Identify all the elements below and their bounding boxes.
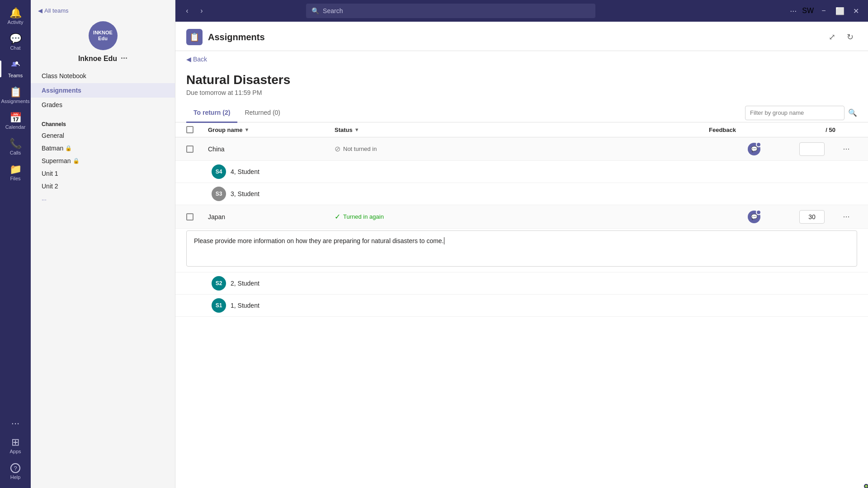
japan-more-dots-icon[interactable]: ··· — [841, 210, 851, 223]
filter-area: 🔍 — [745, 106, 857, 120]
sidebar-item-chat[interactable]: 💬 Chat — [0, 29, 31, 55]
student-name-s1: 1, Student — [231, 302, 259, 309]
assignment-header-icon: 📋 — [186, 29, 203, 45]
channel-unit1[interactable]: Unit 1 — [31, 167, 175, 180]
user-avatar-button[interactable]: SW — [802, 7, 814, 15]
teams-panel: ◀ All teams INKNOEEdu Inknoe Edu ··· Cla… — [31, 0, 175, 488]
japan-group-name: Japan — [208, 213, 335, 221]
japan-status: ✓ Turned in again — [335, 212, 709, 221]
assignment-info: Natural Disasters Due tomorrow at 11:59 … — [175, 67, 868, 103]
student-avatar-s3: S3 — [212, 187, 226, 201]
more-channels-button[interactable]: ··· — [31, 192, 175, 206]
expand-button[interactable]: ⤢ — [825, 30, 839, 44]
filter-input[interactable] — [745, 106, 844, 120]
team-name: Inknoe Edu ··· — [31, 52, 175, 65]
svg-point-1 — [13, 62, 15, 65]
tab-returned[interactable]: Returned (0) — [237, 103, 288, 123]
sidebar-item-activity[interactable]: 🔔 Activity — [0, 4, 31, 29]
china-checkbox[interactable] — [186, 145, 208, 153]
china-status: ⊘ Not turned in — [335, 145, 709, 153]
channel-unit2[interactable]: Unit 2 — [31, 180, 175, 192]
nav-forward-button[interactable]: › — [195, 5, 208, 17]
sidebar-item-help[interactable]: ? Help — [0, 459, 31, 484]
sidebar-item-files[interactable]: 📁 Files — [0, 160, 31, 186]
search-icon: 🔍 — [311, 7, 319, 14]
sidebar-item-apps[interactable]: ⊞ Apps — [0, 433, 31, 459]
assignment-due: Due tomorrow at 11:59 PM — [186, 89, 857, 96]
sort-status-icon: ▼ — [354, 127, 359, 132]
content-area: 📋 Assignments ⤢ ↻ ◀ Back Natural Disaste… — [175, 22, 868, 488]
lock-icon-2: 🔒 — [73, 158, 80, 164]
filter-search-icon: 🔍 — [848, 108, 857, 117]
top-bar-right: ··· SW − ⬜ ✕ — [788, 5, 863, 18]
col-score: / 50 — [799, 127, 835, 133]
table-row: China ⊘ Not turned in 💬 ··· — [175, 137, 868, 161]
feedback-chat-icon[interactable]: 💬 — [748, 143, 760, 155]
col-group-name[interactable]: Group name ▼ — [208, 127, 335, 133]
calendar-icon: 📅 — [9, 113, 22, 123]
main-content: ‹ › 🔍 Search ··· SW − ⬜ ✕ 📋 Assignments — [175, 0, 868, 488]
feedback-comment-row: Please provide more information on how t… — [175, 230, 868, 272]
student-avatar-s4: S4 — [212, 164, 226, 179]
assignments-nav-icon: 📋 — [9, 87, 22, 97]
teams-panel-header: ◀ All teams — [31, 0, 175, 18]
not-turned-in-icon: ⊘ — [335, 145, 340, 153]
more-icon: ··· — [11, 418, 19, 428]
feedback-badge — [756, 142, 761, 147]
all-teams-back-button[interactable]: ◀ All teams — [38, 7, 68, 14]
japan-checkbox[interactable] — [186, 213, 208, 221]
menu-item-assignments[interactable]: Assignments — [31, 83, 175, 98]
more-options-button[interactable]: ··· — [788, 5, 798, 18]
back-navigation[interactable]: ◀ Back — [175, 51, 868, 67]
japan-score: 30 — [799, 210, 835, 224]
close-button[interactable]: ✕ — [850, 5, 863, 17]
menu-item-grades[interactable]: Grades — [31, 98, 175, 112]
channel-superman[interactable]: Superman 🔒 — [31, 155, 175, 167]
sidebar-item-more[interactable]: ··· — [0, 414, 31, 433]
channels-list: General Batman 🔒 Superman 🔒 Unit 1 Unit … — [31, 129, 175, 192]
table-row: Japan ✓ Turned in again 💬 30 ··· — [175, 205, 868, 229]
student-avatar-s1: S1 — [212, 298, 226, 313]
sort-group-icon: ▼ — [245, 127, 250, 132]
search-bar[interactable]: 🔍 Search — [306, 4, 595, 18]
assignment-header-bar: 📋 Assignments ⤢ ↻ — [175, 22, 868, 51]
chat-icon: 💬 — [9, 34, 22, 44]
table-body: China ⊘ Not turned in 💬 ··· — [175, 137, 868, 488]
turned-in-again-icon: ✓ — [335, 212, 340, 221]
status-dot — [864, 484, 868, 488]
sidebar-item-calls[interactable]: 📞 Calls — [0, 134, 31, 160]
sidebar-item-assignments[interactable]: 📋 Assignments — [0, 83, 31, 108]
japan-score-value[interactable]: 30 — [799, 210, 825, 224]
more-dots-icon[interactable]: ··· — [841, 142, 851, 155]
japan-feedback-icon[interactable]: 💬 — [748, 211, 760, 223]
lock-icon: 🔒 — [65, 145, 72, 151]
maximize-button[interactable]: ⬜ — [834, 5, 846, 17]
feedback-comment-box[interactable]: Please provide more information on how t… — [186, 230, 857, 267]
back-arrow-icon: ◀ — [186, 56, 191, 63]
top-bar: ‹ › 🔍 Search ··· SW − ⬜ ✕ — [175, 0, 868, 22]
sidebar-item-teams[interactable]: Teams — [0, 55, 31, 83]
channel-general[interactable]: General — [31, 129, 175, 142]
select-all-checkbox[interactable] — [186, 126, 208, 133]
menu-item-class-notebook[interactable]: Class Notebook — [31, 69, 175, 83]
china-more[interactable]: ··· — [835, 142, 857, 155]
minimize-button[interactable]: − — [817, 5, 830, 17]
tab-to-return[interactable]: To return (2) — [186, 103, 237, 123]
col-feedback: Feedback — [709, 127, 799, 133]
header-actions: ⤢ ↻ — [825, 30, 857, 44]
apps-icon: ⊞ — [11, 437, 19, 447]
china-group-name: China — [208, 145, 335, 153]
channel-batman[interactable]: Batman 🔒 — [31, 142, 175, 155]
refresh-button[interactable]: ↻ — [843, 30, 857, 44]
svg-point-0 — [15, 61, 18, 64]
sidebar-item-calendar[interactable]: 📅 Calendar — [0, 108, 31, 134]
nav-back-button[interactable]: ‹ — [181, 5, 193, 17]
china-feedback: 💬 — [709, 143, 799, 155]
text-cursor — [444, 237, 444, 244]
assignment-name: Natural Disasters — [186, 73, 857, 87]
china-score — [799, 142, 835, 156]
col-status[interactable]: Status ▼ — [335, 127, 709, 133]
japan-more[interactable]: ··· — [835, 210, 857, 223]
team-more-button[interactable]: ··· — [121, 54, 127, 63]
table-header: Group name ▼ Status ▼ Feedback / 50 — [175, 122, 868, 137]
